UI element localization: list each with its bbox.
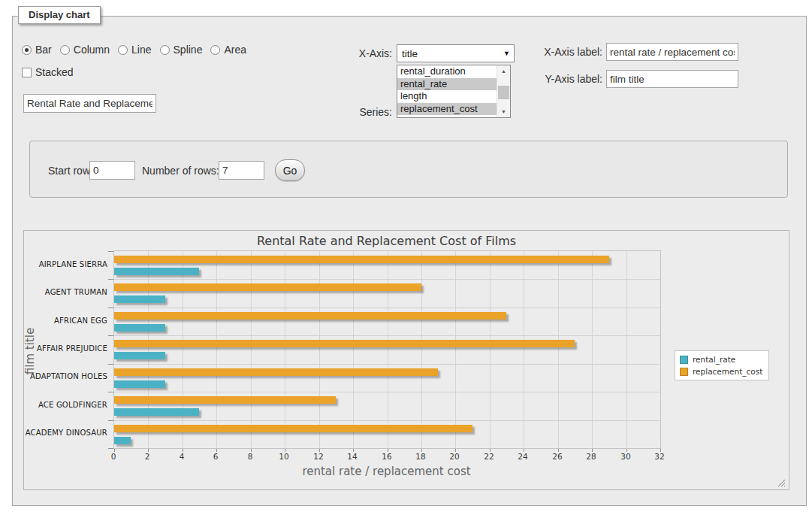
gridline — [490, 251, 491, 448]
x-tick-label: 10 — [273, 452, 295, 461]
x-axis-select-label: X-Axis: — [309, 47, 392, 59]
bar-rental_rate-2 — [114, 324, 165, 332]
radio-icon — [118, 45, 128, 55]
radio-label: Area — [224, 44, 246, 56]
gridline — [592, 251, 593, 448]
x-axis-select[interactable]: title ▼ — [397, 44, 515, 62]
series-option-replacement_cost[interactable]: replacement_cost — [397, 103, 499, 116]
legend-swatch-replacement_cost — [680, 368, 688, 376]
chart-panel: Rental Rate and Replacement Cost of Film… — [23, 230, 789, 490]
band-separator — [114, 335, 660, 336]
legend-item: rental_rate — [680, 355, 762, 364]
x-tick-label: 32 — [648, 452, 671, 461]
gridline — [558, 251, 559, 448]
start-row-label: Start row: — [48, 165, 93, 177]
number-of-rows-input[interactable] — [219, 161, 264, 180]
bar-replacement_cost-4 — [114, 368, 438, 376]
radio-label: Spline — [174, 44, 203, 56]
radio-option-area[interactable]: Area — [210, 44, 246, 56]
gridline — [626, 251, 627, 448]
gridline — [148, 251, 149, 448]
radio-option-spline[interactable]: Spline — [160, 44, 203, 56]
radio-option-line[interactable]: Line — [118, 44, 151, 56]
x-tick-label: 20 — [443, 452, 466, 461]
chart-title-input[interactable] — [23, 94, 156, 113]
radio-icon — [210, 45, 220, 55]
gridline — [524, 251, 524, 448]
bar-rental_rate-4 — [114, 380, 165, 388]
gridline — [251, 251, 252, 448]
y-axis-tick — [108, 392, 113, 392]
stacked-label: Stacked — [35, 66, 74, 78]
gridline — [388, 251, 388, 448]
chart-legend: rental_ratereplacement_cost — [675, 350, 769, 380]
start-row-input[interactable] — [89, 161, 135, 180]
chart-type-radio-group: BarColumnLineSplineArea — [22, 44, 246, 56]
plot-area — [113, 250, 661, 449]
x-tick-label: 0 — [102, 452, 125, 461]
bar-rental_rate-5 — [114, 408, 199, 416]
x-tick-label: 4 — [171, 452, 193, 461]
band-separator — [114, 392, 660, 392]
gridline — [216, 251, 217, 448]
y-axis-tick — [108, 335, 113, 336]
display-chart-fieldset: Display chart BarColumnLineSplineArea St… — [12, 16, 807, 506]
x-tick-label: 14 — [341, 452, 364, 461]
y-axis-label-input[interactable] — [606, 70, 738, 88]
band-separator — [114, 308, 660, 308]
scrollbar-thumb[interactable] — [498, 86, 509, 99]
bar-rental_rate-0 — [114, 268, 199, 275]
series-option-length[interactable]: length — [397, 90, 499, 103]
series-multiselect: rental_durationrental_ratelengthreplacem… — [397, 65, 511, 118]
x-tick-label: 30 — [614, 452, 637, 461]
category-label: ACE GOLDFINGER — [24, 401, 107, 409]
series-option-rental_rate[interactable]: rental_rate — [397, 78, 499, 91]
chart-resize-handle-icon[interactable] — [777, 479, 785, 486]
x-tick-label: 8 — [239, 452, 261, 461]
stacked-checkbox-option[interactable]: Stacked — [22, 66, 74, 78]
y-axis-tick — [108, 448, 113, 449]
series-options: rental_durationrental_ratelengthreplacem… — [397, 65, 510, 115]
x-tick-label: 28 — [580, 452, 602, 461]
checkbox-icon — [22, 68, 32, 77]
bar-replacement_cost-3 — [114, 340, 575, 347]
bar-replacement_cost-0 — [114, 256, 609, 263]
number-of-rows-label: Number of rows: — [142, 165, 219, 177]
y-axis-tick — [108, 420, 113, 421]
x-axis-label-input[interactable] — [606, 43, 738, 61]
x-tick-label: 6 — [204, 452, 227, 461]
radio-label: Column — [74, 44, 110, 56]
bar-rental_rate-3 — [114, 352, 165, 359]
y-axis-tick — [108, 251, 113, 252]
radio-option-bar[interactable]: Bar — [22, 44, 52, 56]
y-axis-tick — [108, 364, 113, 365]
bar-replacement_cost-2 — [114, 312, 506, 320]
page: Display chart BarColumnLineSplineArea St… — [0, 0, 812, 512]
gridline — [319, 251, 320, 448]
bar-replacement_cost-6 — [114, 425, 472, 432]
radio-icon — [22, 45, 32, 55]
radio-icon — [60, 45, 70, 55]
series-option-rental_duration[interactable]: rental_duration — [397, 65, 499, 78]
bar-replacement_cost-5 — [114, 396, 336, 404]
x-tick-label: 24 — [512, 452, 534, 461]
bar-rental_rate-1 — [114, 295, 165, 303]
x-axis-title: rental rate / replacement cost — [113, 465, 660, 478]
y-axis-label-field-label: Y-Axis label: — [501, 73, 602, 85]
y-axis-tick — [108, 279, 113, 280]
y-axis-title: film title — [23, 302, 37, 400]
row-range-panel: Start row: Number of rows: Go — [29, 141, 788, 198]
x-tick-label: 18 — [409, 452, 432, 461]
x-axis-label-field-label: X-Axis label: — [501, 46, 602, 58]
bar-rental_rate-6 — [114, 437, 131, 444]
gridline — [183, 251, 183, 448]
gridline — [285, 251, 285, 448]
scroll-down-icon[interactable]: ▼ — [497, 106, 510, 117]
category-label: ACADEMY DINOSAUR — [24, 429, 107, 437]
radio-label: Bar — [35, 44, 52, 56]
x-tick-label: 12 — [307, 452, 330, 461]
legend-swatch-rental_rate — [680, 356, 688, 364]
go-button[interactable]: Go — [275, 159, 305, 181]
radio-option-column[interactable]: Column — [60, 44, 110, 56]
y-axis-tick — [108, 308, 113, 308]
